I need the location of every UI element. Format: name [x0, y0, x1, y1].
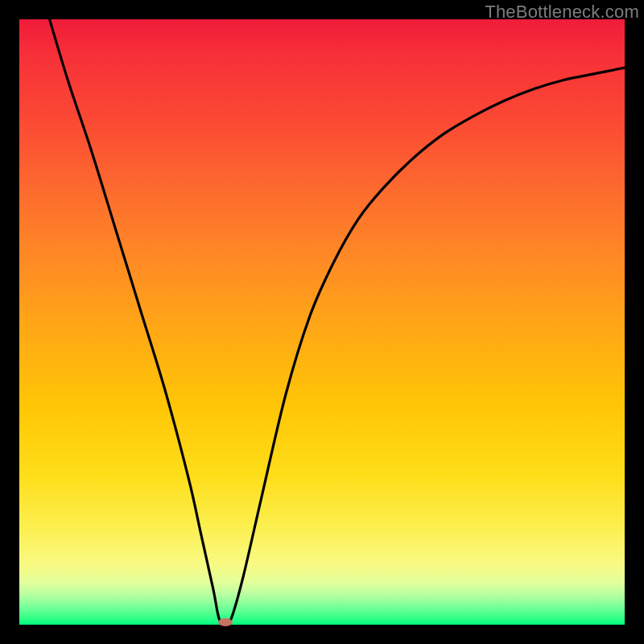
minimum-marker: [218, 618, 233, 626]
outer-frame: TheBottleneck.com: [0, 0, 644, 644]
plot-area: [19, 19, 625, 625]
bottleneck-curve: [19, 19, 625, 625]
